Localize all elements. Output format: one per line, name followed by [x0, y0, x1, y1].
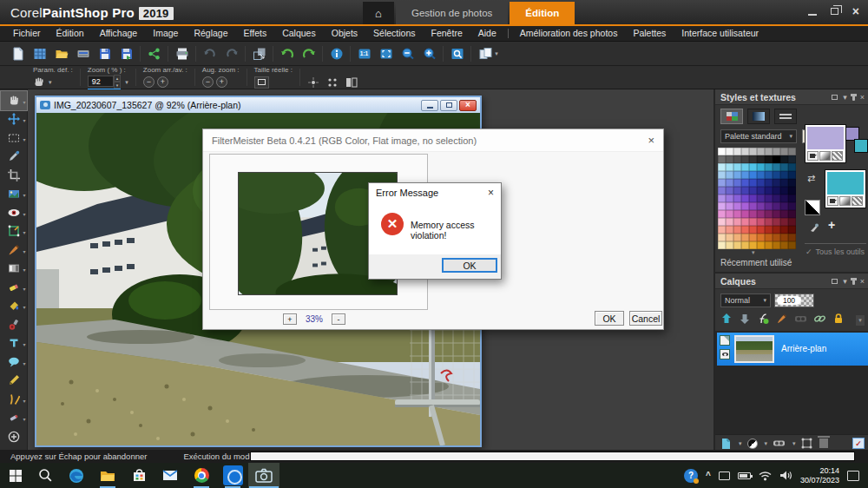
color-swatch[interactable]	[788, 241, 796, 249]
zoom-out-step-button[interactable]: −	[143, 76, 155, 88]
check-icon[interactable]: ✓	[806, 247, 812, 256]
menu-item[interactable]: Calques	[274, 26, 324, 41]
color-swatch[interactable]	[741, 155, 749, 163]
color-swatch[interactable]	[780, 202, 788, 210]
color-swatch[interactable]	[749, 171, 757, 179]
background-small-swatch[interactable]	[854, 139, 868, 153]
shape-tool[interactable]: ▾	[1, 353, 27, 372]
info-icon[interactable]	[326, 43, 347, 63]
color-swatch[interactable]	[749, 202, 757, 210]
bg-gradient-mini-icon[interactable]	[839, 196, 851, 206]
color-swatch[interactable]	[788, 195, 796, 202]
color-swatch[interactable]	[773, 155, 780, 163]
dual-view-icon[interactable]: ▾	[474, 43, 503, 63]
menu-item[interactable]: Aide	[470, 26, 504, 41]
red-eye-tool[interactable]: ▾	[1, 203, 27, 222]
mask-layer-icon[interactable]	[773, 438, 786, 449]
color-swatch[interactable]	[773, 234, 780, 241]
error-ok-button[interactable]: OK	[442, 258, 497, 273]
fit-window-icon[interactable]	[375, 43, 397, 63]
image-close-button[interactable]: ×	[459, 100, 477, 111]
color-swatch[interactable]	[749, 226, 757, 234]
color-swatch[interactable]	[741, 171, 749, 179]
color-swatch[interactable]	[788, 226, 796, 234]
menu-item[interactable]: Interface utilisateur	[674, 26, 766, 41]
undo-disabled-icon[interactable]	[199, 43, 220, 63]
menu-item[interactable]: Sélections	[365, 26, 423, 41]
color-swatch[interactable]	[780, 241, 788, 249]
color-swatch[interactable]	[765, 155, 773, 163]
move-layer-up-icon[interactable]	[720, 313, 733, 325]
link-layers-icon[interactable]	[813, 313, 826, 325]
color-swatch[interactable]	[773, 202, 780, 210]
zoom-spinner[interactable]: ▴▾	[114, 75, 122, 89]
color-swatch[interactable]	[741, 226, 749, 234]
zoom-tool-icon[interactable]	[446, 43, 468, 63]
color-swatch[interactable]	[773, 148, 780, 155]
redo-disabled-icon[interactable]	[220, 43, 242, 63]
help-tray-icon[interactable]: ?	[684, 469, 698, 483]
restore-button[interactable]	[831, 8, 838, 15]
menu-item[interactable]: Effets	[236, 26, 275, 41]
color-swatch[interactable]	[757, 187, 765, 195]
color-swatch[interactable]	[765, 218, 773, 226]
zoom-in-icon[interactable]	[418, 43, 440, 63]
color-swatch[interactable]	[726, 179, 733, 187]
fg-color-mini-icon[interactable]	[807, 151, 819, 161]
perspective-tool[interactable]: ▾	[1, 222, 27, 241]
color-swatch[interactable]	[773, 171, 780, 179]
foreground-color[interactable]	[807, 127, 844, 149]
smudge-tool[interactable]: ▾	[1, 409, 27, 428]
volume-icon[interactable]	[779, 470, 792, 481]
warp-brush-tool[interactable]: ▾	[1, 390, 27, 409]
color-swatch[interactable]	[726, 241, 733, 249]
browse-icon[interactable]	[29, 43, 50, 63]
color-swatch[interactable]	[788, 187, 796, 195]
panel-close-icon[interactable]: ×	[860, 93, 865, 102]
color-swatch[interactable]	[733, 179, 741, 187]
dropdown-icon[interactable]: ▾	[125, 79, 128, 86]
actual-size-button[interactable]	[254, 76, 269, 89]
dropper-icon[interactable]	[809, 222, 819, 233]
filtermeister-titlebar[interactable]: FilterMeister Beta 0.4.21 (RGB Color, Fl…	[203, 129, 663, 152]
color-swatch[interactable]	[757, 218, 765, 226]
dropdown-icon[interactable]: ▾	[765, 440, 768, 447]
color-swatch[interactable]	[733, 195, 741, 202]
bg-color-mini-icon[interactable]	[827, 196, 838, 206]
color-swatch[interactable]	[726, 202, 733, 210]
color-swatch[interactable]	[741, 241, 749, 249]
blend-mode-select[interactable]: Normal ▾	[720, 293, 771, 307]
color-swatch[interactable]	[718, 148, 726, 155]
color-swatch[interactable]	[733, 202, 741, 210]
color-swatch[interactable]	[726, 163, 733, 171]
color-swatch[interactable]	[726, 171, 733, 179]
taskbar-paintshop[interactable]	[248, 463, 279, 488]
layer-toolbar-more-icon[interactable]: ▾	[856, 315, 865, 326]
start-button[interactable]	[2, 463, 30, 488]
color-swatch[interactable]	[718, 241, 726, 249]
color-swatch[interactable]	[726, 187, 733, 195]
all-tools-label[interactable]: Tous les outils	[816, 247, 865, 256]
color-swatch[interactable]	[726, 148, 733, 155]
color-swatch[interactable]	[757, 171, 765, 179]
color-swatch[interactable]	[765, 226, 773, 234]
palette-select[interactable]: Palette standard ▾	[720, 129, 797, 143]
color-swatch[interactable]	[749, 195, 757, 202]
print-icon[interactable]	[171, 43, 193, 63]
menu-item[interactable]: Réglage	[186, 26, 235, 41]
display-tray-icon[interactable]	[719, 472, 730, 480]
color-swatch[interactable]	[726, 218, 733, 226]
layer-type-icon[interactable]	[720, 335, 730, 346]
hand-preset-icon[interactable]	[33, 76, 44, 88]
taskbar-blue-app[interactable]	[217, 463, 248, 488]
color-swatch[interactable]	[749, 179, 757, 187]
color-swatch[interactable]	[733, 218, 741, 226]
color-swatch[interactable]	[765, 210, 773, 218]
color-swatch[interactable]	[788, 163, 796, 171]
menu-item[interactable]: Image	[145, 26, 186, 41]
color-swatch[interactable]	[765, 195, 773, 202]
color-swatch[interactable]	[757, 202, 765, 210]
color-swatch[interactable]	[726, 155, 733, 163]
flood-fill-tool[interactable]: ▾	[1, 297, 27, 316]
color-swatch[interactable]	[749, 218, 757, 226]
